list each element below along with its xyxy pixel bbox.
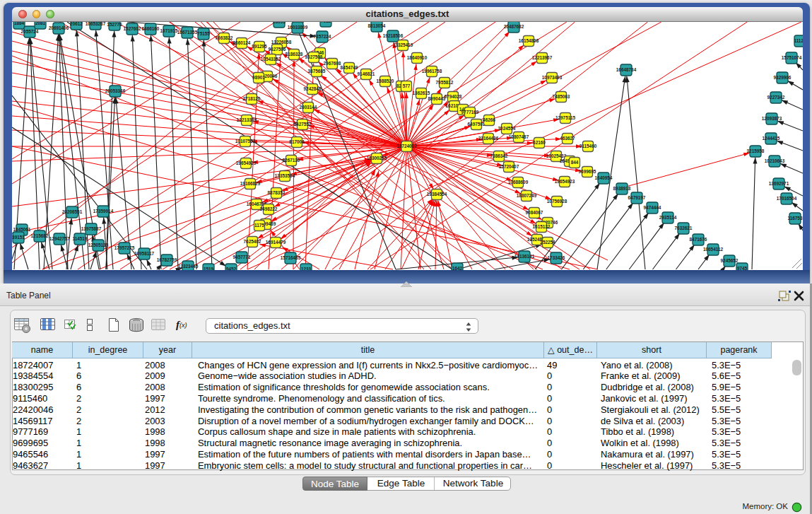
svg-text:16782759: 16782759 — [157, 257, 177, 262]
svg-text:9242848: 9242848 — [304, 86, 322, 91]
svg-text:9699695: 9699695 — [579, 169, 596, 174]
svg-text:116753: 116753 — [788, 216, 803, 221]
svg-text:20691406: 20691406 — [49, 25, 69, 30]
svg-text:16093: 16093 — [273, 22, 286, 24]
svg-text:114519: 114519 — [73, 236, 88, 241]
svg-text:8454749: 8454749 — [341, 65, 358, 70]
svg-text:3875685: 3875685 — [308, 69, 326, 74]
svg-text:463627: 463627 — [560, 136, 575, 141]
svg-text:9115460: 9115460 — [579, 144, 597, 148]
svg-text:17957275: 17957275 — [114, 245, 135, 250]
svg-text:1244415: 1244415 — [763, 136, 780, 141]
svg-text:10543382: 10543382 — [261, 57, 281, 62]
svg-text:2967608: 2967608 — [324, 61, 341, 66]
svg-text:9777169: 9777169 — [461, 110, 479, 115]
svg-text:19654925: 19654925 — [236, 160, 257, 165]
svg-text:1640954: 1640954 — [595, 175, 613, 180]
svg-text:6497503: 6497503 — [468, 122, 486, 127]
svg-text:10107552: 10107552 — [235, 139, 256, 144]
svg-text:1588520: 1588520 — [377, 78, 394, 83]
svg-text:12505135: 12505135 — [88, 243, 109, 247]
svg-text:11123: 11123 — [794, 38, 803, 43]
svg-text:8660124: 8660124 — [233, 40, 251, 45]
svg-text:1215682: 1215682 — [31, 233, 49, 238]
svg-text:18300295: 18300295 — [367, 156, 387, 160]
svg-text:10958117: 10958117 — [134, 251, 155, 256]
svg-text:844: 844 — [571, 160, 579, 165]
svg-text:2803144: 2803144 — [300, 105, 317, 110]
svg-text:10025433: 10025433 — [546, 153, 567, 158]
svg-text:6794028: 6794028 — [445, 94, 462, 99]
svg-text:17016504: 17016504 — [777, 196, 797, 201]
svg-text:10756928: 10756928 — [547, 199, 567, 204]
svg-text:10688609: 10688609 — [508, 180, 529, 185]
svg-text:1527602: 1527602 — [124, 26, 141, 31]
svg-text:1615132: 1615132 — [533, 224, 551, 229]
svg-text:1071915: 1071915 — [160, 28, 178, 33]
svg-text:18640910: 18640910 — [407, 55, 428, 60]
svg-text:9327506: 9327506 — [269, 47, 286, 52]
svg-text:8186328: 8186328 — [286, 52, 303, 57]
svg-text:13353594: 13353594 — [275, 173, 295, 178]
svg-text:18724007: 18724007 — [396, 144, 417, 148]
svg-text:(x): (x) — [180, 322, 187, 329]
svg-text:19654923: 19654923 — [555, 179, 575, 184]
svg-text:9327508: 9327508 — [305, 54, 323, 59]
svg-text:12213967: 12213967 — [532, 55, 553, 60]
svg-text:7625402: 7625402 — [244, 239, 261, 244]
svg-text:7386342: 7386342 — [490, 153, 508, 158]
svg-text:19218506: 19218506 — [383, 33, 404, 38]
svg-text:12093873: 12093873 — [762, 116, 782, 121]
svg-text:7955812: 7955812 — [436, 80, 454, 85]
svg-text:8427552: 8427552 — [294, 122, 312, 127]
svg-text:23164436: 23164436 — [478, 136, 499, 141]
svg-text:8990443: 8990443 — [428, 96, 446, 101]
svg-text:16033809: 16033809 — [288, 25, 308, 30]
svg-text:9745: 9745 — [737, 266, 748, 270]
svg-text:3215958: 3215958 — [747, 148, 765, 153]
svg-text:3024554: 3024554 — [498, 126, 516, 131]
svg-text:817004: 817004 — [289, 139, 305, 144]
svg-text:152776: 152776 — [107, 22, 122, 27]
svg-text:16648784: 16648784 — [616, 67, 637, 72]
svg-text:20053346: 20053346 — [105, 88, 126, 93]
svg-text:12942757: 12942757 — [49, 236, 70, 241]
svg-text:7632621: 7632621 — [675, 226, 693, 230]
svg-text:20206551: 20206551 — [62, 209, 83, 214]
svg-text:1175: 1175 — [254, 223, 264, 228]
svg-text:10210643: 10210643 — [765, 158, 785, 163]
svg-text:7357224: 7357224 — [314, 34, 331, 39]
svg-text:8878352: 8878352 — [268, 190, 286, 195]
svg-text:75155: 75155 — [197, 31, 210, 36]
svg-text:7485063: 7485063 — [553, 94, 570, 99]
svg-text:6466160: 6466160 — [142, 26, 160, 31]
svg-text:17359914: 17359914 — [93, 209, 114, 214]
svg-text:14136141: 14136141 — [514, 254, 535, 259]
svg-text:62160: 62160 — [533, 140, 546, 145]
svg-text:12213389: 12213389 — [237, 117, 257, 122]
svg-text:20612: 20612 — [70, 22, 83, 26]
svg-text:2055724: 2055724 — [21, 29, 39, 34]
svg-text:9474444: 9474444 — [644, 205, 661, 210]
svg-text:39151: 39151 — [12, 235, 25, 240]
svg-text:8813054: 8813054 — [368, 23, 386, 28]
svg-text:19961758: 19961758 — [422, 69, 442, 74]
svg-text:3498222: 3498222 — [260, 206, 278, 211]
svg-text:46266: 46266 — [483, 117, 495, 122]
svg-text:1642: 1642 — [452, 266, 463, 270]
svg-text:19166829: 19166829 — [240, 181, 261, 186]
svg-text:20487682: 20487682 — [504, 24, 524, 29]
svg-text:9084067: 9084067 — [526, 210, 543, 215]
svg-text:98901: 98901 — [252, 75, 265, 80]
svg-text:15720407: 15720407 — [499, 164, 519, 169]
svg-text:1519: 1519 — [204, 267, 214, 270]
svg-text:577: 577 — [403, 83, 411, 88]
svg-text:9452: 9452 — [226, 267, 237, 270]
svg-text:9227342: 9227342 — [767, 95, 785, 100]
svg-text:252254: 252254 — [540, 240, 555, 245]
svg-text:9245652: 9245652 — [721, 258, 739, 263]
svg-text:16914479: 16914479 — [266, 240, 286, 245]
svg-text:19384554: 19384554 — [427, 192, 447, 197]
svg-text:12975115: 12975115 — [555, 115, 576, 120]
svg-text:1362615: 1362615 — [413, 90, 430, 95]
